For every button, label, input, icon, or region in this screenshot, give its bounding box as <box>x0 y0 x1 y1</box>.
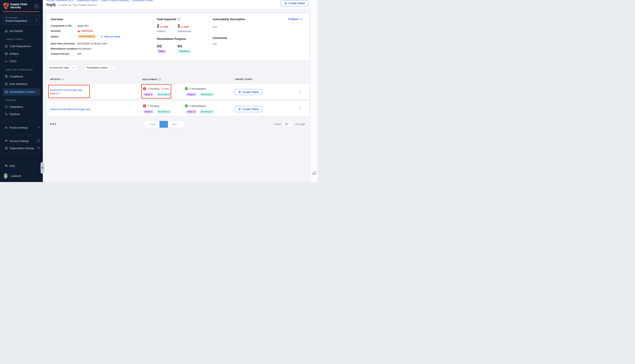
sidebar-item-project-settings[interactable]: Project Settings <box>0 124 43 131</box>
sidebar-item-integrations[interactable]: Integrations <box>0 103 43 110</box>
main-content: Account: Automation-SSCA>Organization: d… <box>43 0 310 182</box>
sidebar-item-pipelines[interactable]: Pipelines <box>0 110 43 118</box>
show-label: Show <box>275 123 281 126</box>
environment-type-filter[interactable]: Environment Type <box>47 65 77 70</box>
artifacts-impacted-label: Artifacts <box>157 30 165 33</box>
sidebar-user[interactable]: L Lavakush <box>0 172 43 180</box>
right-gutter <box>310 0 317 182</box>
info-icon <box>37 146 40 150</box>
info-icon[interactable] <box>177 18 180 20</box>
sidebar-item-get-started[interactable]: Get Started <box>0 27 43 35</box>
panel-divider <box>208 18 208 56</box>
infinity-icon: ∞ <box>5 60 8 63</box>
chevron-separator-icon: > <box>75 0 76 2</box>
pending-env-pills: Prod: 1 Pre-Prod: 1 <box>143 110 171 114</box>
chevron-right-icon <box>38 126 40 129</box>
remediated-check-icon <box>185 104 188 108</box>
chevron-down-icon <box>289 123 291 124</box>
org-gear-icon <box>5 146 8 150</box>
column-header-deployment: DEPLOYMENT <box>142 78 161 81</box>
row-count: 2 of 2 <box>50 123 56 125</box>
section-risk-compliance: RISK AND COMPLIANCE <box>6 68 33 72</box>
artifact-link[interactable]: tejakummarikuntla/easy-buggy-app <box>50 108 90 111</box>
collapse-button[interactable]: Collapse <box>288 18 302 20</box>
mark-as-done-button[interactable]: Mark as done <box>101 35 120 38</box>
sidebar-item-remediation-tracker[interactable]: Remediation Tracker <box>3 88 40 96</box>
next-page-button[interactable]: Next→ <box>168 121 185 128</box>
sidebar-footer-divider <box>0 159 43 159</box>
chevron-separator-icon: > <box>99 0 100 2</box>
column-header-artifact[interactable]: ARTIFACT <box>50 78 64 80</box>
row-menu-kebab-icon[interactable] <box>298 89 302 94</box>
remediated-check-icon <box>185 87 188 90</box>
severity-badge: CRITICAL <box>77 30 93 32</box>
page-title: log4j <box>47 2 56 7</box>
sidebar-item-help[interactable]: ? Help <box>0 162 43 170</box>
remediated-env-pills: Prod: 0 Pre-Prod: 0 <box>186 110 214 114</box>
vulnerability-description-heading: Vulnerability Description <box>213 18 245 21</box>
remediation-status-filter[interactable]: Remediation Status <box>84 65 115 70</box>
sidebar-item-artifacts[interactable]: Artifacts <box>0 50 43 58</box>
artifacts-impacted: 2(1 new) <box>157 24 168 28</box>
status-badge: IN-PROGRESS <box>77 34 97 39</box>
breadcrumb-project[interactable]: Project: Product Exploratory <box>101 0 129 2</box>
table-row: lavakush07/easy-buggy-app (new ) 1 Pendi… <box>47 84 310 99</box>
contact-row: Contact Person: N/A <box>51 52 82 55</box>
section-supply-chain: SUPPLY CHAIN <box>6 38 23 41</box>
pending-icon <box>143 104 146 108</box>
breadcrumb-account[interactable]: Account: Automation-SSCA <box>47 0 74 2</box>
breadcrumb-current[interactable]: Remediation Tracker <box>132 0 153 2</box>
sidebar-item-code-repositories[interactable]: Code Repositories <box>0 42 43 50</box>
cube-icon <box>5 16 8 19</box>
app-switcher-icon[interactable] <box>35 4 39 8</box>
ticket-diamond-icon <box>238 91 241 94</box>
vulnerability-description-value: N/A <box>213 26 217 28</box>
integrations-icon <box>5 105 8 108</box>
create-ticket-button-row[interactable]: Create Ticket <box>235 106 262 112</box>
prev-page-button[interactable]: ←Prev <box>143 121 159 128</box>
gear-icon <box>5 126 8 129</box>
page-size-select[interactable]: 20 <box>283 121 293 127</box>
remediated-status: 0 Remediated <box>185 104 205 108</box>
create-ticket-button-row[interactable]: Create Ticket <box>235 89 262 95</box>
annotation-box-deployment <box>141 84 171 98</box>
annotation-box-artifact <box>48 85 90 98</box>
remediated-env-pills: Prod: 0 Pre-Prod: 0 <box>186 92 214 96</box>
sidebar-collapse-handle[interactable] <box>41 162 44 174</box>
arrow-right-icon: → <box>178 123 181 126</box>
chevron-separator-icon: > <box>130 0 131 2</box>
breadcrumb-organization[interactable]: Organization: default <box>77 0 98 2</box>
info-icon[interactable] <box>159 78 161 81</box>
row-menu-kebab-icon[interactable] <box>298 106 302 111</box>
sidebar-item-compliance[interactable]: Compliance <box>0 73 43 80</box>
sidebar-item-cicd[interactable]: ∞ CI/CD <box>0 58 43 65</box>
remediation-tracker-icon <box>5 90 8 94</box>
home-icon <box>5 29 8 33</box>
page-header: Account: Automation-SSCA>Organization: d… <box>43 0 310 9</box>
page-number-active[interactable]: 1 <box>159 121 168 128</box>
support-chat-icon[interactable] <box>312 171 317 176</box>
comments-heading: Comments <box>213 36 227 40</box>
ticket-diamond-icon <box>284 2 287 4</box>
sidebar-item-rule-definitions[interactable]: Rule Definitions <box>0 80 43 88</box>
sidebar-divider <box>3 135 40 135</box>
per-page-label: per page <box>295 123 305 126</box>
pipelines-icon <box>5 112 8 116</box>
app-title: Supply Chain Security <box>10 3 27 9</box>
project-name: Product Exploratory <box>5 20 27 22</box>
pending-status: 2 Pending <box>143 104 159 108</box>
sidebar-item-organization-settings[interactable]: Organization Settings <box>0 144 43 152</box>
avatar: L <box>4 174 7 178</box>
chevron-right-icon <box>35 18 38 22</box>
table-row: tejakummarikuntla/easy-buggy-app 2 Pendi… <box>47 101 310 116</box>
info-icon <box>37 140 40 143</box>
panel-divider <box>146 18 146 56</box>
project-selector[interactable]: PROJECT Product Exploratory <box>3 15 40 24</box>
pagination: ←Prev 1 Next→ <box>143 121 185 128</box>
sidebar-item-account-settings[interactable]: Account Settings <box>0 138 43 145</box>
overview-panel: Overview Component | CVE : log4j | N/A S… <box>47 13 310 60</box>
deployments-impacted: 3(1 new) <box>177 24 189 28</box>
create-ticket-button-header[interactable]: Create Ticket <box>281 0 309 6</box>
check-icon <box>101 36 103 38</box>
help-chat-icon: ? <box>5 164 8 168</box>
